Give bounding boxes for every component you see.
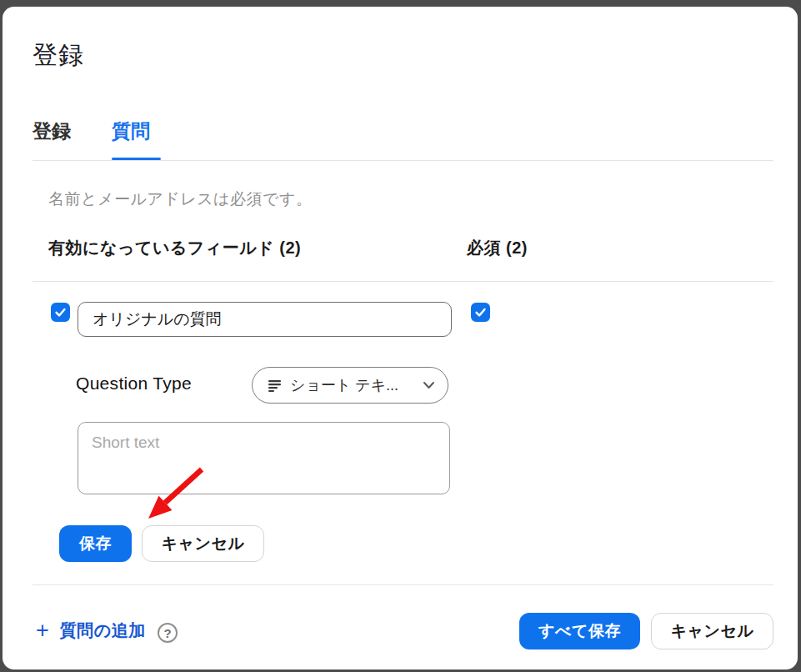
help-icon[interactable]: ?	[158, 623, 178, 643]
question-type-value: ショート テキ...	[290, 375, 415, 395]
question-type-dropdown[interactable]: ショート テキ...	[252, 367, 448, 404]
check-icon	[473, 305, 488, 319]
header-divider	[33, 160, 773, 161]
cancel-all-button[interactable]: キャンセル	[651, 613, 773, 649]
save-button[interactable]: 保存	[59, 525, 132, 562]
tab-questions[interactable]: 質問	[112, 118, 150, 147]
required-header: 必須 (2)	[467, 237, 528, 259]
enabled-checkbox[interactable]	[51, 303, 70, 322]
footer-divider	[33, 584, 773, 585]
screenshot-stage: 登録 登録 質問 名前とメールアドレスは必須です。 有効になっているフィールド …	[0, 0, 801, 672]
answer-preview-textarea[interactable]	[78, 422, 450, 494]
columns-divider	[33, 281, 773, 282]
add-question-link[interactable]: + 質問の追加	[36, 619, 146, 642]
required-note: 名前とメールアドレスは必須です。	[48, 188, 312, 210]
question-type-label: Question Type	[76, 374, 192, 394]
dialog-title: 登録	[33, 38, 84, 73]
chevron-down-icon	[423, 381, 435, 389]
tab-registration[interactable]: 登録	[33, 118, 71, 147]
short-text-icon	[268, 379, 283, 392]
required-checkbox[interactable]	[471, 303, 490, 322]
plus-icon: +	[36, 619, 49, 642]
check-icon	[53, 305, 68, 319]
enabled-fields-header: 有効になっているフィールド (2)	[48, 237, 301, 259]
cancel-button[interactable]: キャンセル	[142, 525, 264, 562]
save-all-button[interactable]: すべて保存	[519, 613, 640, 649]
question-title-input[interactable]	[78, 302, 452, 337]
registration-dialog: 登録 登録 質問 名前とメールアドレスは必須です。 有効になっているフィールド …	[3, 7, 798, 669]
add-question-label: 質問の追加	[60, 619, 146, 642]
